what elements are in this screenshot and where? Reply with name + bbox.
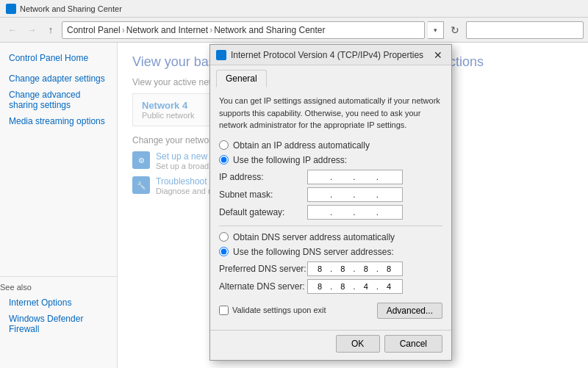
sidebar-item-change-advanced-sharing[interactable]: Change advanced sharing settings bbox=[0, 87, 117, 113]
subnet-seg3[interactable] bbox=[357, 190, 375, 199]
preferred-dns-input[interactable]: . . . bbox=[307, 261, 403, 276]
sidebar-item-change-adapter[interactable]: Change adapter settings bbox=[0, 71, 117, 87]
breadcrumb-network-sharing[interactable]: Network and Sharing Center bbox=[214, 25, 325, 35]
default-gateway-row: Default gateway: . . . bbox=[219, 205, 442, 220]
preferred-dns-row: Preferred DNS server: . . . bbox=[219, 261, 442, 276]
ok-button[interactable]: OK bbox=[336, 335, 380, 353]
dialog-title-icon bbox=[216, 50, 226, 60]
use-following-dns-radio[interactable] bbox=[219, 247, 229, 256]
ip-address-row: IP address: . . . bbox=[219, 170, 442, 184]
address-path[interactable]: Control Panel › Network and Internet › N… bbox=[62, 21, 425, 39]
gateway-seg3[interactable] bbox=[357, 208, 375, 217]
preferred-dns-label: Preferred DNS server: bbox=[219, 264, 307, 274]
dns-fields: Preferred DNS server: . . . Alternate DN… bbox=[219, 261, 442, 294]
auto-ip-label: Obtain an IP address automatically bbox=[233, 140, 370, 151]
setup-icon: ⚙ bbox=[132, 151, 150, 169]
alternate-dns-label: Alternate DNS server: bbox=[219, 281, 307, 292]
pdns-seg4[interactable] bbox=[380, 264, 398, 273]
dialog-description: You can get IP settings assigned automat… bbox=[219, 95, 442, 131]
alternate-dns-row: Alternate DNS server: . . . bbox=[219, 279, 442, 294]
ip-seg1[interactable] bbox=[311, 173, 329, 181]
dialog-body: You can get IP settings assigned automat… bbox=[210, 87, 451, 330]
sidebar-item-control-panel-home[interactable]: Control Panel Home bbox=[0, 50, 117, 66]
advanced-button[interactable]: Advanced... bbox=[377, 303, 442, 319]
ip-address-label: IP address: bbox=[219, 172, 307, 182]
auto-dns-label: Obtain DNS server address automatically bbox=[233, 232, 395, 242]
use-following-ip-row: Use the following IP address: bbox=[219, 155, 442, 165]
up-button[interactable]: ↑ bbox=[43, 22, 59, 38]
troubleshoot-icon: 🔧 bbox=[132, 176, 150, 194]
pdns-seg2[interactable] bbox=[334, 264, 351, 273]
dialog-tab-general[interactable]: General bbox=[216, 70, 267, 87]
sidebar-windows-defender[interactable]: Windows Defender Firewall bbox=[0, 311, 117, 337]
divider bbox=[219, 226, 442, 226]
adns-seg2[interactable] bbox=[334, 282, 351, 291]
pdns-seg1[interactable] bbox=[311, 264, 329, 273]
adns-seg3[interactable] bbox=[357, 282, 375, 291]
use-following-ip-label: Use the following IP address: bbox=[233, 155, 347, 165]
ip-seg2[interactable] bbox=[334, 173, 351, 181]
validate-label: Validate settings upon exit bbox=[232, 306, 326, 314]
adns-seg4[interactable] bbox=[380, 282, 398, 291]
app-icon bbox=[6, 4, 16, 14]
forward-button[interactable]: → bbox=[24, 22, 40, 38]
search-input[interactable] bbox=[466, 21, 584, 39]
subnet-seg4[interactable] bbox=[380, 190, 398, 199]
refresh-button[interactable]: ↻ bbox=[447, 22, 463, 38]
breadcrumb-network-internet[interactable]: Network and Internet bbox=[126, 25, 208, 35]
default-gateway-input[interactable]: . . . bbox=[307, 205, 403, 220]
title-bar-text: Network and Sharing Center bbox=[20, 4, 122, 13]
auto-ip-row: Obtain an IP address automatically bbox=[219, 140, 442, 151]
subnet-seg2[interactable] bbox=[334, 190, 351, 199]
sidebar-internet-options[interactable]: Internet Options bbox=[0, 295, 117, 311]
use-following-dns-row: Use the following DNS server addresses: bbox=[219, 247, 442, 257]
subnet-mask-input[interactable]: . . . bbox=[307, 187, 403, 202]
address-dropdown[interactable]: ▾ bbox=[428, 21, 444, 39]
auto-dns-row: Obtain DNS server address automatically bbox=[219, 232, 442, 242]
cancel-button[interactable]: Cancel bbox=[384, 335, 442, 353]
back-button[interactable]: ← bbox=[4, 22, 21, 38]
gateway-seg1[interactable] bbox=[311, 208, 329, 217]
sidebar: Control Panel Home Change adapter settin… bbox=[0, 43, 118, 368]
dialog-titlebar: Internet Protocol Version 4 (TCP/IPv4) P… bbox=[210, 45, 451, 65]
breadcrumb-control-panel[interactable]: Control Panel bbox=[67, 25, 121, 35]
subnet-mask-label: Subnet mask: bbox=[219, 190, 307, 200]
gateway-seg2[interactable] bbox=[334, 208, 351, 217]
dialog-tab-bar: General bbox=[210, 65, 451, 87]
alternate-dns-input[interactable]: . . . bbox=[307, 279, 403, 294]
dialog-close-button[interactable]: ✕ bbox=[431, 48, 445, 62]
address-bar: ← → ↑ Control Panel › Network and Intern… bbox=[0, 18, 588, 43]
ip-seg3[interactable] bbox=[357, 173, 375, 181]
ip-seg4[interactable] bbox=[380, 173, 398, 181]
gateway-seg4[interactable] bbox=[380, 208, 398, 217]
validate-row: Validate settings upon exit bbox=[219, 306, 326, 315]
subnet-mask-row: Subnet mask: . . . bbox=[219, 187, 442, 202]
default-gateway-label: Default gateway: bbox=[219, 207, 307, 217]
subnet-seg1[interactable] bbox=[311, 190, 329, 199]
ip-fields: IP address: . . . Subnet mask: . bbox=[219, 170, 442, 220]
dialog-title-text: Internet Protocol Version 4 (TCP/IPv4) P… bbox=[231, 50, 431, 60]
dialog-footer: OK Cancel bbox=[210, 330, 451, 360]
ip-address-input[interactable]: . . . bbox=[307, 170, 403, 184]
pdns-seg3[interactable] bbox=[357, 264, 375, 273]
auto-ip-radio[interactable] bbox=[219, 140, 229, 150]
use-following-ip-radio[interactable] bbox=[219, 155, 229, 165]
see-also-label: See also bbox=[0, 283, 117, 292]
title-bar: Network and Sharing Center bbox=[0, 0, 588, 18]
validate-checkbox[interactable] bbox=[219, 306, 229, 315]
auto-dns-radio[interactable] bbox=[219, 232, 229, 242]
tcp-ipv4-dialog: Internet Protocol Version 4 (TCP/IPv4) P… bbox=[209, 44, 452, 361]
sidebar-item-media-streaming[interactable]: Media streaming options bbox=[0, 113, 117, 129]
use-following-dns-label: Use the following DNS server addresses: bbox=[233, 247, 394, 257]
adns-seg1[interactable] bbox=[311, 282, 329, 291]
